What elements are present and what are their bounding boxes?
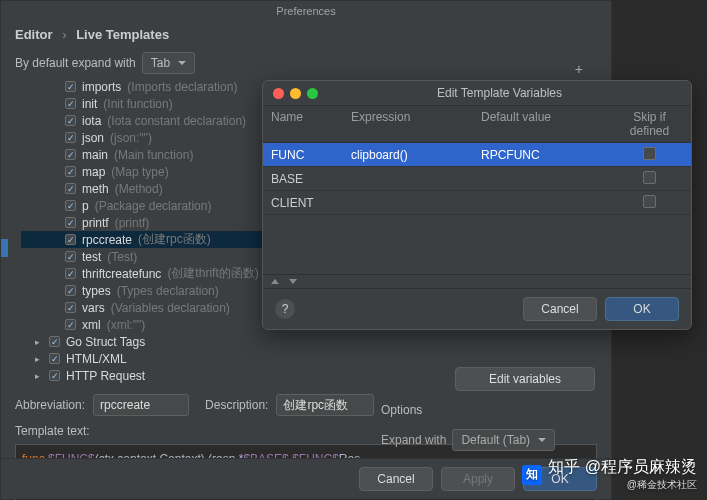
- cell-name[interactable]: BASE: [263, 168, 343, 190]
- dialog-toolbar: [263, 274, 691, 288]
- checkbox[interactable]: ✓: [49, 370, 60, 381]
- help-button[interactable]: ?: [275, 299, 295, 319]
- chevron-down-icon: [538, 438, 546, 442]
- item-name: vars: [82, 301, 105, 315]
- expander-icon[interactable]: ▸: [35, 371, 40, 381]
- checkbox[interactable]: ✓: [49, 336, 60, 347]
- zhihu-logo-icon: 知: [522, 465, 542, 485]
- opt-expand-select[interactable]: Default (Tab): [452, 429, 555, 451]
- cell-default[interactable]: [473, 199, 608, 207]
- skip-checkbox[interactable]: [643, 147, 656, 160]
- tree-item-html-xml[interactable]: ▸✓HTML/XML: [21, 350, 599, 367]
- table-row[interactable]: CLIENT: [263, 191, 691, 215]
- expander-icon[interactable]: ▸: [35, 354, 40, 364]
- skip-checkbox[interactable]: [643, 195, 656, 208]
- expand-select[interactable]: Tab: [142, 52, 195, 74]
- item-name: xml: [82, 318, 101, 332]
- checkbox[interactable]: ✓: [65, 81, 76, 92]
- checkbox[interactable]: ✓: [65, 268, 76, 279]
- item-name: meth: [82, 182, 109, 196]
- description-input[interactable]: [276, 394, 374, 416]
- item-name: map: [82, 165, 105, 179]
- cell-name[interactable]: CLIENT: [263, 192, 343, 214]
- item-hint: (xml:""): [107, 318, 146, 332]
- template-text-label: Template text:: [15, 424, 90, 438]
- col-name: Name: [263, 106, 343, 142]
- window-title: Preferences: [1, 1, 611, 21]
- apply-button: Apply: [441, 467, 515, 491]
- expander-icon[interactable]: ▸: [35, 337, 40, 347]
- skip-checkbox[interactable]: [643, 171, 656, 184]
- checkbox[interactable]: ✓: [65, 149, 76, 160]
- checkbox[interactable]: ✓: [65, 115, 76, 126]
- item-name: init: [82, 97, 97, 111]
- item-name: p: [82, 199, 89, 213]
- dialog-title: Edit Template Variables: [318, 86, 681, 100]
- checkbox[interactable]: ✓: [65, 234, 76, 245]
- cell-expression[interactable]: [343, 199, 473, 207]
- expand-label: By default expand with: [15, 56, 136, 70]
- cell-expression[interactable]: [343, 175, 473, 183]
- item-name: imports: [82, 80, 121, 94]
- table-row[interactable]: FUNCclipboard()RPCFUNC: [263, 143, 691, 167]
- item-name: types: [82, 284, 111, 298]
- cell-expression[interactable]: clipboard(): [343, 144, 473, 166]
- breadcrumb: Editor › Live Templates: [1, 21, 611, 48]
- add-icon[interactable]: +: [575, 61, 583, 77]
- item-name: test: [82, 250, 101, 264]
- opt-expand-value: Default (Tab): [461, 433, 530, 447]
- cell-default[interactable]: [473, 175, 608, 183]
- opt-expand-label: Expand with: [381, 433, 446, 447]
- traffic-lights[interactable]: [273, 88, 318, 99]
- item-hint: (Map type): [111, 165, 168, 179]
- abbreviation-input[interactable]: [93, 394, 189, 416]
- checkbox[interactable]: ✓: [65, 285, 76, 296]
- watermark-text: 知乎 @程序员麻辣烫: [548, 457, 697, 478]
- close-icon[interactable]: [273, 88, 284, 99]
- col-expression: Expression: [343, 106, 473, 142]
- checkbox[interactable]: ✓: [65, 166, 76, 177]
- item-name: rpccreate: [82, 233, 132, 247]
- dialog-ok-button[interactable]: OK: [605, 297, 679, 321]
- item-hint: (创建thrift的函数): [167, 265, 258, 282]
- cell-name[interactable]: FUNC: [263, 144, 343, 166]
- item-hint: (Main function): [114, 148, 193, 162]
- item-hint: (Types declaration): [117, 284, 219, 298]
- dialog-titlebar[interactable]: Edit Template Variables: [263, 81, 691, 105]
- move-up-icon[interactable]: [271, 279, 279, 284]
- edit-variables-button[interactable]: Edit variables: [455, 367, 595, 391]
- zoom-icon[interactable]: [307, 88, 318, 99]
- checkbox[interactable]: ✓: [65, 98, 76, 109]
- checkbox[interactable]: ✓: [65, 302, 76, 313]
- item-hint: (json:""): [110, 131, 152, 145]
- cell-skip[interactable]: [608, 143, 691, 167]
- col-skip: Skip if defined: [608, 106, 691, 142]
- checkbox[interactable]: ✓: [65, 132, 76, 143]
- checkbox[interactable]: ✓: [65, 200, 76, 211]
- checkbox[interactable]: ✓: [65, 217, 76, 228]
- checkbox[interactable]: ✓: [65, 319, 76, 330]
- item-name: HTML/XML: [66, 352, 127, 366]
- item-hint: (Init function): [103, 97, 172, 111]
- cell-default[interactable]: RPCFUNC: [473, 144, 608, 166]
- checkbox[interactable]: ✓: [65, 183, 76, 194]
- checkbox[interactable]: ✓: [49, 353, 60, 364]
- edit-variables-dialog: Edit Template Variables Name Expression …: [262, 80, 692, 330]
- cell-skip[interactable]: [608, 191, 691, 215]
- abbreviation-label: Abbreviation:: [15, 398, 85, 412]
- table-row[interactable]: BASE: [263, 167, 691, 191]
- variables-table[interactable]: Name Expression Default value Skip if de…: [263, 105, 691, 215]
- dialog-cancel-button[interactable]: Cancel: [523, 297, 597, 321]
- dialog-buttons: Cancel Apply OK: [1, 458, 611, 499]
- cancel-button[interactable]: Cancel: [359, 467, 433, 491]
- item-name: iota: [82, 114, 101, 128]
- minimize-icon[interactable]: [290, 88, 301, 99]
- cell-skip[interactable]: [608, 167, 691, 191]
- expand-value: Tab: [151, 56, 170, 70]
- item-hint: (Test): [107, 250, 137, 264]
- move-down-icon[interactable]: [289, 279, 297, 284]
- checkbox[interactable]: ✓: [65, 251, 76, 262]
- options-title: Options: [381, 403, 595, 417]
- tree-item-go-struct-tags[interactable]: ▸✓Go Struct Tags: [21, 333, 599, 350]
- breadcrumb-section[interactable]: Editor: [15, 27, 53, 42]
